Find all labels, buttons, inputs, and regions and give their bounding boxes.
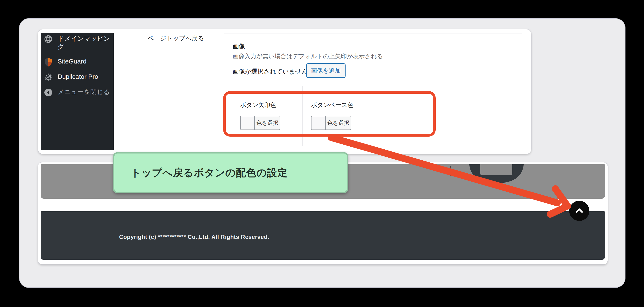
image-section-title: 画像 xyxy=(232,42,245,50)
globe-icon xyxy=(44,34,52,44)
base-color-field-label: ボタンベース色 xyxy=(311,101,353,109)
annotation-note-text: トップへ戻るボタンの配色の設定 xyxy=(131,166,288,180)
arrow-color-picker-button[interactable]: 色を選択 xyxy=(240,116,280,130)
field-column-divider xyxy=(302,86,303,146)
chevron-up-icon xyxy=(575,207,584,214)
back-to-top-button[interactable] xyxy=(569,201,589,221)
sidebar-item-collapse-menu[interactable]: メニューを閉じる xyxy=(41,88,114,97)
shield-icon xyxy=(44,57,52,66)
color-picker-button-label: 色を選択 xyxy=(326,116,351,129)
sidebar-item-label: SiteGuard xyxy=(58,57,111,65)
sidebar-item-label: Duplicator Pro xyxy=(58,73,111,81)
admin-sidebar: ドメインマッピング SiteGuard xyxy=(41,33,114,150)
logo-u-shape xyxy=(469,164,524,184)
nav-separator-line xyxy=(450,166,451,176)
back-to-top-settings-box: 画像 画像入力が無い場合はデフォルトの上矢印が表示される 画像が選択されていませ… xyxy=(224,33,522,149)
sidebar-item-label: ドメインマッピング xyxy=(58,34,111,51)
base-color-swatch xyxy=(312,116,326,129)
collapse-menu-icon xyxy=(44,88,52,97)
arrow-color-swatch xyxy=(240,116,255,129)
section-divider xyxy=(224,83,522,83)
no-image-selected-text: 画像が選択されていません xyxy=(232,67,308,76)
annotation-note: トップへ戻るボタンの配色の設定 xyxy=(113,152,348,193)
add-image-button[interactable]: 画像を追加 xyxy=(306,63,346,78)
form-table-border xyxy=(142,33,142,150)
sidebar-item-duplicator-pro[interactable]: Duplicator Pro xyxy=(41,73,114,82)
sidebar-item-domain-mapping[interactable]: ドメインマッピング xyxy=(41,34,114,51)
sidebar-item-siteguard[interactable]: SiteGuard xyxy=(41,57,114,66)
gear-icon xyxy=(44,73,52,82)
copyright-text: Copyright (c) ************ Co.,Ltd. All … xyxy=(119,234,269,240)
settings-row-label: ページトップへ戻る xyxy=(148,34,204,42)
image-section-description: 画像入力が無い場合はデフォルトの上矢印が表示される xyxy=(232,52,383,60)
site-footer: Copyright (c) ************ Co.,Ltd. All … xyxy=(41,211,605,260)
page: { "sidebar": { "items": [ { "label": "ドメ… xyxy=(0,0,644,307)
color-picker-button-label: 色を選択 xyxy=(255,116,280,129)
base-color-picker-button[interactable]: 色を選択 xyxy=(311,116,351,130)
arrow-color-field-label: ボタン矢印色 xyxy=(240,101,276,109)
sidebar-item-label: メニューを閉じる xyxy=(58,88,111,96)
